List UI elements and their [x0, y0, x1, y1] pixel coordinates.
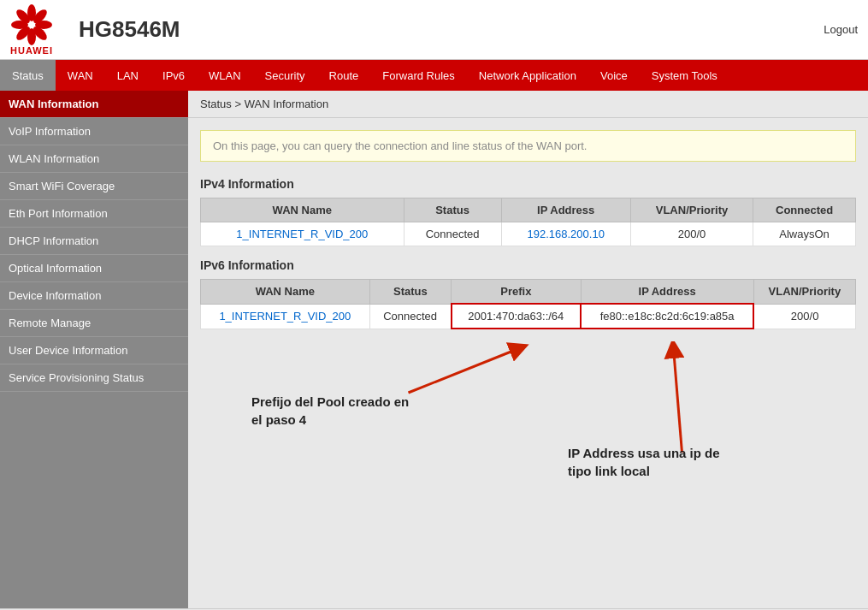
sidebar-item-service-provisioning-status[interactable]: Service Provisioning Status [0, 364, 188, 392]
ipv6-row1-status: Connected [369, 304, 451, 329]
ipv6-col-status: Status [369, 280, 451, 305]
svg-line-8 [409, 348, 520, 393]
navbar: Status WAN LAN IPv6 WLAN Security Route … [0, 60, 868, 91]
ipv6-row1-prefix: 2001:470:da63::/64 [452, 304, 582, 329]
header: HUAWEI HG8546M Logout [0, 0, 868, 60]
ipv4-row1-vlan-priority: 200/0 [630, 222, 753, 246]
nav-forward-rules[interactable]: Forward Rules [370, 60, 467, 91]
ipv4-section-title: IPv4 Information [200, 177, 856, 191]
annotation-ip-text: IP Address usa una ip detipo link local [568, 444, 720, 480]
ipv4-row-1: 1_INTERNET_R_VID_200 Connected 192.168.2… [201, 222, 856, 246]
ipv6-section-title: IPv6 Information [200, 258, 856, 272]
ipv6-row1-ip-address: fe80::e18c:8c2d:6c19:a85a [581, 304, 753, 329]
ipv4-col-vlan-priority: VLAN/Priority [630, 198, 753, 222]
sidebar-item-wan-information[interactable]: WAN Information [0, 91, 188, 118]
breadcrumb: Status > WAN Information [188, 91, 868, 118]
logo-text: HUAWEI [10, 45, 53, 56]
ipv4-col-status: Status [404, 198, 501, 222]
sidebar-item-remote-manage[interactable]: Remote Manage [0, 310, 188, 337]
ipv6-col-ip-address: IP Address [581, 280, 753, 305]
sidebar-item-device-information[interactable]: Device Information [0, 282, 188, 310]
ipv6-row1-wan-name[interactable]: 1_INTERNET_R_VID_200 [201, 304, 370, 329]
annotation-prefix-text: Prefijo del Pool creado enel paso 4 [251, 393, 409, 429]
nav-status[interactable]: Status [0, 60, 56, 91]
ipv6-row-1: 1_INTERNET_R_VID_200 Connected 2001:470:… [201, 304, 856, 329]
annotation-area: Prefijo del Pool creado enel paso 4 IP A… [200, 341, 856, 512]
nav-system-tools[interactable]: System Tools [640, 60, 729, 91]
nav-wan[interactable]: WAN [56, 60, 105, 91]
nav-network-application[interactable]: Network Application [467, 60, 588, 91]
ipv6-col-prefix: Prefix [452, 280, 582, 305]
logout-button[interactable]: Logout [824, 23, 858, 36]
sidebar: WAN Information VoIP Information WLAN In… [0, 91, 188, 608]
ipv4-row1-status: Connected [404, 222, 501, 246]
sidebar-item-eth-port-information[interactable]: Eth Port Information [0, 200, 188, 228]
ipv6-row1-vlan-priority: 200/0 [753, 304, 855, 329]
ipv4-row1-wan-name[interactable]: 1_INTERNET_R_VID_200 [201, 222, 404, 246]
nav-lan[interactable]: LAN [105, 60, 151, 91]
sidebar-item-user-device-information[interactable]: User Device Information [0, 337, 188, 364]
ipv4-row1-connected: AlwaysOn [753, 222, 856, 246]
svg-line-9 [674, 348, 682, 453]
device-name: HG8546M [68, 16, 824, 43]
ipv4-col-connected: Connected [753, 198, 856, 222]
nav-voice[interactable]: Voice [588, 60, 640, 91]
nav-route[interactable]: Route [317, 60, 371, 91]
ipv4-col-wan-name: WAN Name [201, 198, 404, 222]
ipv6-table: WAN Name Status Prefix IP Address VLAN/P… [200, 279, 856, 329]
huawei-logo [11, 4, 52, 45]
sidebar-item-smart-wifi-coverage[interactable]: Smart WiFi Coverage [0, 173, 188, 200]
main-layout: WAN Information VoIP Information WLAN In… [0, 91, 868, 608]
content-area: Status > WAN Information On this page, y… [188, 91, 868, 608]
logo-area: HUAWEI [10, 4, 53, 56]
sidebar-item-voip-information[interactable]: VoIP Information [0, 118, 188, 145]
ipv4-table: WAN Name Status IP Address VLAN/Priority… [200, 198, 856, 246]
ipv4-col-ip-address: IP Address [501, 198, 630, 222]
nav-security[interactable]: Security [253, 60, 317, 91]
ipv6-col-vlan-priority: VLAN/Priority [753, 280, 855, 305]
content-inner: On this page, you can query the connecti… [188, 118, 868, 524]
nav-wlan[interactable]: WLAN [197, 60, 253, 91]
info-box: On this page, you can query the connecti… [200, 130, 856, 162]
nav-ipv6[interactable]: IPv6 [151, 60, 197, 91]
ipv6-col-wan-name: WAN Name [201, 280, 370, 305]
sidebar-item-wlan-information[interactable]: WLAN Information [0, 145, 188, 173]
sidebar-item-optical-information[interactable]: Optical Information [0, 255, 188, 282]
sidebar-item-dhcp-information[interactable]: DHCP Information [0, 228, 188, 255]
ipv4-row1-ip-address: 192.168.200.10 [501, 222, 630, 246]
